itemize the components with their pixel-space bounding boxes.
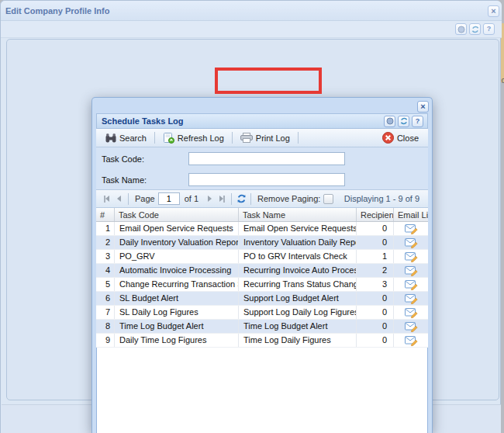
task-name-cell: Email Open Service Requests bbox=[239, 222, 357, 235]
task-name-input[interactable] bbox=[188, 173, 345, 186]
email-list-icon bbox=[405, 265, 418, 276]
binoculars-icon bbox=[105, 133, 116, 143]
task-code-cell: PO_GRV bbox=[115, 250, 239, 263]
printer-icon bbox=[240, 133, 253, 143]
email-list-button[interactable] bbox=[394, 278, 428, 291]
recipients-cell: 0 bbox=[357, 292, 394, 305]
email-list-button[interactable] bbox=[394, 236, 428, 249]
email-list-button[interactable] bbox=[394, 250, 428, 263]
email-list-button[interactable] bbox=[394, 292, 428, 305]
last-page-icon[interactable] bbox=[216, 192, 228, 205]
close-circle-icon bbox=[382, 132, 394, 144]
email-list-button[interactable] bbox=[394, 334, 428, 347]
email-list-button[interactable] bbox=[394, 222, 428, 235]
recipients-cell: 0 bbox=[357, 334, 394, 347]
next-page-icon[interactable] bbox=[203, 192, 216, 205]
column-header-email-list[interactable]: Email List bbox=[394, 208, 428, 221]
log-task-row[interactable]: 7SL Daily Log FiguresSupport Log Daily L… bbox=[96, 306, 428, 320]
refresh-log-icon bbox=[163, 133, 174, 144]
row-number: 1 bbox=[96, 222, 115, 235]
task-code-cell: Daily Inventory Valuation Report bbox=[115, 236, 239, 249]
close-icon[interactable]: × bbox=[417, 101, 429, 113]
email-list-icon bbox=[405, 251, 418, 262]
schedule-tasks-log-header: Schedule Tasks Log ? bbox=[96, 113, 428, 129]
task-code-input[interactable] bbox=[188, 152, 345, 165]
recipients-cell: 2 bbox=[357, 264, 394, 277]
schedule-tasks-log-form: Task Code: Task Name: bbox=[96, 147, 428, 189]
log-task-row[interactable]: 6SL Budget AlertSupport Log Budget Alert… bbox=[96, 292, 428, 306]
toolbar-separator bbox=[154, 132, 155, 144]
print-log-button[interactable]: Print Log bbox=[236, 130, 295, 145]
task-name-cell: Inventory Valuation Daily Repor bbox=[239, 236, 357, 249]
log-task-row[interactable]: 3PO_GRVPO to GRV Intervals Check1 bbox=[96, 250, 428, 264]
page-of-label: of 1 bbox=[185, 194, 198, 203]
first-page-icon[interactable] bbox=[100, 192, 112, 205]
email-list-icon bbox=[405, 321, 418, 332]
log-close-button[interactable]: Close bbox=[378, 130, 423, 146]
task-name-cell: Support Log Budget Alert bbox=[239, 292, 357, 305]
column-header-task-name[interactable]: Task Name bbox=[239, 208, 357, 221]
row-number: 9 bbox=[96, 334, 115, 347]
log-task-row[interactable]: 2Daily Inventory Valuation ReportInvento… bbox=[96, 236, 428, 250]
email-list-icon bbox=[405, 279, 418, 290]
recipients-cell: 0 bbox=[357, 236, 394, 249]
toolbar-separator bbox=[128, 193, 129, 205]
email-list-icon bbox=[405, 237, 418, 248]
displaying-count: Displaying 1 - 9 of 9 bbox=[344, 194, 424, 203]
log-task-row[interactable]: 8Time Log Budget AlertTime Log Budget Al… bbox=[96, 320, 428, 334]
email-list-icon bbox=[405, 293, 418, 304]
task-code-cell: SL Budget Alert bbox=[115, 292, 239, 305]
refresh-grid-icon[interactable] bbox=[235, 192, 247, 205]
row-number: 6 bbox=[96, 292, 115, 305]
task-code-cell: Email Open Service Requests bbox=[115, 222, 239, 235]
task-name-cell: Recurring Trans Status Change bbox=[239, 278, 357, 291]
email-list-button[interactable] bbox=[394, 306, 428, 319]
email-list-icon bbox=[405, 223, 418, 234]
prev-page-icon[interactable] bbox=[112, 192, 125, 205]
task-name-cell: Support Log Daily Log Figures bbox=[239, 306, 357, 319]
log-grid-rows: 1Email Open Service RequestsEmail Open S… bbox=[96, 222, 428, 348]
search-button[interactable]: Search bbox=[101, 131, 151, 145]
schedule-tasks-log-title: Schedule Tasks Log bbox=[97, 116, 184, 126]
task-name-cell: PO to GRV Intervals Check bbox=[239, 250, 357, 263]
email-list-button[interactable] bbox=[394, 264, 428, 277]
log-task-row[interactable]: 4Automatic Invoice ProcessingRecurring I… bbox=[96, 264, 428, 278]
log-task-row[interactable]: 5Change Recurring Transaction Stat...Rec… bbox=[96, 278, 428, 292]
row-number: 5 bbox=[96, 278, 115, 291]
column-header-num[interactable]: # bbox=[96, 208, 115, 221]
email-list-button[interactable] bbox=[394, 320, 428, 333]
remove-paging-checkbox[interactable] bbox=[323, 194, 333, 204]
task-code-cell: Change Recurring Transaction Stat... bbox=[115, 278, 239, 291]
refresh-log-button[interactable]: Refresh Log bbox=[158, 130, 229, 146]
page-label: Page bbox=[135, 194, 155, 203]
task-name-cell: Recurring Invoice Auto Process bbox=[239, 264, 357, 277]
toolbar-separator bbox=[232, 132, 233, 144]
row-number: 8 bbox=[96, 320, 115, 333]
recipients-cell: 3 bbox=[357, 278, 394, 291]
task-code-cell: Automatic Invoice Processing bbox=[115, 264, 239, 277]
recipients-cell: 1 bbox=[357, 250, 394, 263]
recipients-cell: 0 bbox=[357, 222, 394, 235]
remove-paging-label: Remove Paging: bbox=[257, 194, 320, 203]
recipients-cell: 0 bbox=[357, 306, 394, 319]
task-name-cell: Time Log Daily Figures bbox=[239, 334, 357, 347]
task-code-label: Task Code: bbox=[102, 154, 144, 164]
highlight-annotation-box bbox=[215, 68, 322, 94]
toolbar-separator bbox=[231, 193, 232, 205]
column-header-task-code[interactable]: Task Code bbox=[115, 208, 239, 221]
page-input[interactable] bbox=[158, 192, 180, 205]
gear-icon[interactable] bbox=[384, 116, 395, 127]
schedule-tasks-log-pagingbar: Page of 1 Remove Paging: Displaying 1 - … bbox=[96, 189, 428, 208]
screen: Edit Company Profile Info × ? Save Close… bbox=[0, 0, 504, 433]
help-icon[interactable]: ? bbox=[412, 116, 423, 127]
refresh-icon[interactable] bbox=[398, 116, 409, 127]
email-list-icon bbox=[405, 335, 418, 346]
column-header-recipients[interactable]: Recipients bbox=[357, 208, 394, 221]
toolbar-separator bbox=[298, 132, 299, 144]
log-task-row[interactable]: 1Email Open Service RequestsEmail Open S… bbox=[96, 222, 428, 236]
email-list-icon bbox=[405, 307, 418, 318]
log-task-row[interactable]: 9Daily Time Log FiguresTime Log Daily Fi… bbox=[96, 334, 428, 348]
task-name-cell: Time Log Budget Alert bbox=[239, 320, 357, 333]
row-number: 2 bbox=[96, 236, 115, 249]
recipients-cell: 0 bbox=[357, 320, 394, 333]
